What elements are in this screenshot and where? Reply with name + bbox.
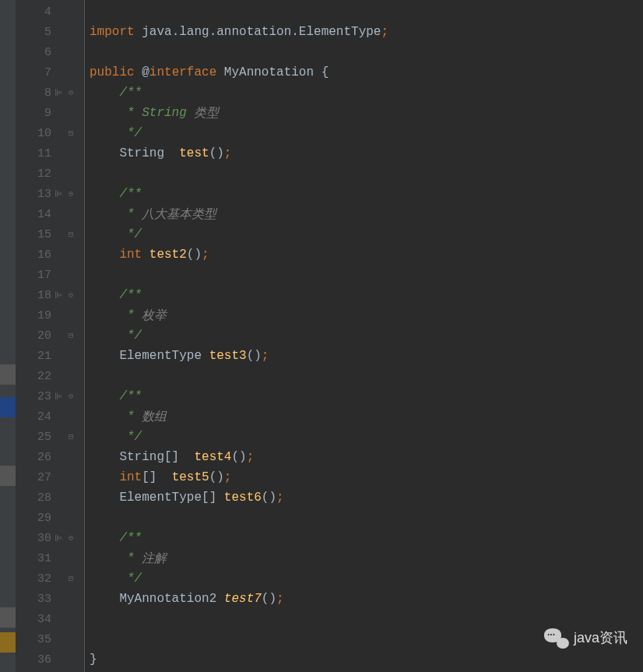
code-line[interactable] xyxy=(85,164,643,184)
token-method: test4 xyxy=(194,450,231,464)
code-line[interactable]: ElementType[] test6(); xyxy=(85,487,643,508)
code-line[interactable]: /** xyxy=(85,285,643,305)
token-comment: * String xyxy=(90,106,194,120)
fold-icon[interactable]: ⊟ xyxy=(69,331,78,340)
token-comment-light: 注解 xyxy=(142,551,167,567)
token-comment: * xyxy=(90,308,142,322)
marker[interactable] xyxy=(0,632,16,653)
code-line[interactable]: * 八大基本类型 xyxy=(85,204,643,224)
code-line[interactable]: String[] test4(); xyxy=(85,447,643,467)
line-number: 15 xyxy=(33,228,51,241)
gutter-row: 9 xyxy=(16,103,84,123)
marker[interactable] xyxy=(0,364,16,385)
token-comment: */ xyxy=(90,227,142,241)
code-line[interactable]: String test(); xyxy=(85,143,643,164)
fold-icon[interactable]: ⊖ xyxy=(69,290,78,300)
code-line[interactable]: public @interface MyAnnotation { xyxy=(85,62,643,83)
gutter-row: 14 xyxy=(16,204,84,224)
code-line[interactable]: */ xyxy=(85,325,643,346)
token-white xyxy=(90,146,119,160)
fold-icon[interactable]: ⊖ xyxy=(69,88,78,97)
token-white xyxy=(90,450,119,464)
gutter-row: 4 xyxy=(16,2,84,22)
line-number: 26 xyxy=(33,451,51,464)
code-line[interactable]: * String 类型 xyxy=(85,103,643,123)
line-number: 30 xyxy=(33,532,51,545)
code-line[interactable] xyxy=(85,366,643,386)
code-line[interactable] xyxy=(85,508,643,528)
gutter-row: 7 xyxy=(16,62,84,83)
fold-icon[interactable]: ⊖ xyxy=(69,533,78,543)
token-method: test2 xyxy=(149,248,187,262)
line-number: 12 xyxy=(33,167,51,181)
token-brace: () xyxy=(209,470,224,484)
code-line[interactable]: * 注解 xyxy=(85,548,643,568)
token-comment: */ xyxy=(90,572,142,586)
line-number: 27 xyxy=(33,471,51,484)
gutter-row: 30⊫⊖ xyxy=(16,528,84,548)
line-number: 9 xyxy=(33,107,51,120)
gutter-row: 13⊫⊖ xyxy=(16,184,84,204)
token-comment: * xyxy=(90,551,142,565)
token-punct: ; xyxy=(381,25,388,39)
line-number: 19 xyxy=(33,309,51,322)
code-line[interactable] xyxy=(85,2,643,22)
code-line[interactable]: */ xyxy=(85,427,643,447)
fold-icon[interactable]: ⊖ xyxy=(69,392,78,401)
code-line[interactable]: /** xyxy=(85,83,643,103)
token-comment: * xyxy=(90,410,142,424)
code-line[interactable]: int test2(); xyxy=(85,245,643,265)
line-number: 35 xyxy=(33,633,51,646)
code-line[interactable]: ElementType test3(); xyxy=(85,346,643,366)
line-number: 8 xyxy=(33,86,51,100)
code-line[interactable]: * 枚举 xyxy=(85,305,643,325)
code-line[interactable] xyxy=(85,265,643,285)
fold-icon[interactable]: ⊟ xyxy=(69,432,78,442)
code-line[interactable]: int[] test5(); xyxy=(85,467,643,487)
marker[interactable] xyxy=(0,466,16,486)
code-line[interactable]: /** xyxy=(85,528,643,548)
code-line[interactable]: */ xyxy=(85,123,643,143)
gutter-row: 33 xyxy=(16,589,84,609)
token-comment: */ xyxy=(90,126,142,140)
gutter-row: 28 xyxy=(16,487,84,508)
line-number: 24 xyxy=(33,410,51,424)
gutter-row: 10 ⊟ xyxy=(16,123,84,143)
gutter-row: 17 xyxy=(16,265,84,285)
line-number: 32 xyxy=(33,572,51,586)
fold-icon[interactable]: ⊟ xyxy=(69,574,78,583)
line-number: 17 xyxy=(33,269,51,282)
token-kw: int xyxy=(119,470,142,484)
code-line[interactable]: * 数组 xyxy=(85,406,643,427)
line-number: 13 xyxy=(33,188,51,201)
token-brace: () xyxy=(247,349,262,363)
code-line[interactable]: /** xyxy=(85,184,643,204)
fold-icon[interactable]: ⊖ xyxy=(69,189,78,199)
code-line[interactable]: MyAnnotation2 test7(); xyxy=(85,589,643,609)
token-brace: () xyxy=(262,491,276,505)
token-comment: /** xyxy=(90,531,142,545)
code-line[interactable]: import java.lang.annotation.ElementType; xyxy=(85,22,643,42)
line-number: 14 xyxy=(33,208,51,221)
gutter-row: 36 xyxy=(16,649,84,670)
gutter-edit-icon: ⊫ xyxy=(54,188,65,200)
code-area[interactable]: import java.lang.annotation.ElementType;… xyxy=(84,0,643,672)
gutter-edit-icon: ⊫ xyxy=(54,533,65,544)
fold-icon[interactable]: ⊟ xyxy=(69,230,78,239)
code-line[interactable] xyxy=(85,42,643,62)
code-line[interactable]: */ xyxy=(85,224,643,245)
fold-icon[interactable]: ⊟ xyxy=(69,128,78,138)
token-white xyxy=(90,470,119,484)
token-punct: ; xyxy=(202,248,209,262)
gutter-edit-icon: ⊫ xyxy=(54,87,65,99)
code-line[interactable]: } xyxy=(85,649,643,670)
marker[interactable] xyxy=(0,607,16,628)
line-number: 25 xyxy=(33,431,51,444)
token-ident: ElementType xyxy=(119,349,209,363)
token-punct: ; xyxy=(224,470,232,484)
gutter-row: 26 xyxy=(16,447,84,467)
marker[interactable] xyxy=(0,397,16,417)
code-line[interactable]: */ xyxy=(85,568,643,589)
code-editor: 4 5 6 7 8⊫⊖9 10 ⊟11 12 13⊫⊖14 15 ⊟16 17 … xyxy=(0,0,643,672)
code-line[interactable]: /** xyxy=(85,386,643,406)
